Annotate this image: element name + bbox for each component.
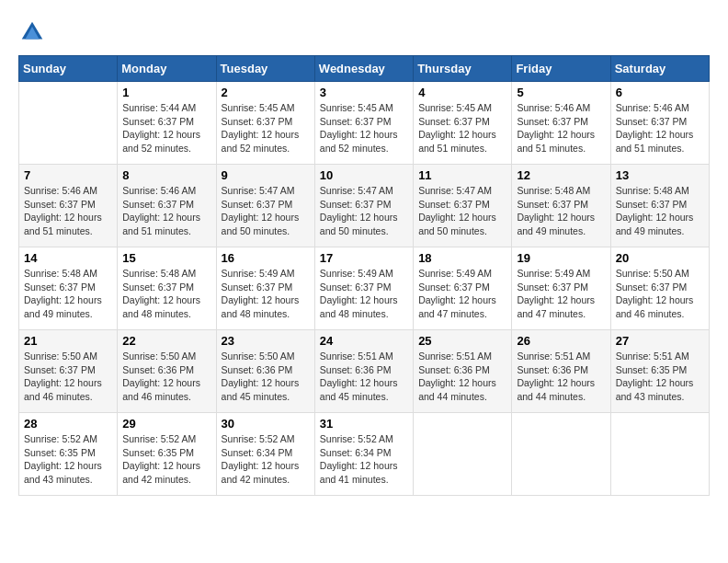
calendar-week-row: 14Sunrise: 5:48 AM Sunset: 6:37 PM Dayli… [19,247,710,330]
day-info: Sunrise: 5:52 AM Sunset: 6:35 PM Dayligh… [24,432,112,487]
calendar-header: SundayMondayTuesdayWednesdayThursdayFrid… [19,56,710,82]
day-of-week-header: Tuesday [216,56,314,82]
day-info: Sunrise: 5:50 AM Sunset: 6:37 PM Dayligh… [616,267,704,321]
day-info: Sunrise: 5:49 AM Sunset: 6:37 PM Dayligh… [517,267,605,321]
days-of-week-row: SundayMondayTuesdayWednesdayThursdayFrid… [19,56,710,82]
day-info: Sunrise: 5:49 AM Sunset: 6:37 PM Dayligh… [320,267,408,321]
calendar-cell: 17Sunrise: 5:49 AM Sunset: 6:37 PM Dayli… [314,247,413,330]
calendar-cell: 9Sunrise: 5:47 AM Sunset: 6:37 PM Daylig… [216,165,314,247]
day-info: Sunrise: 5:46 AM Sunset: 6:37 PM Dayligh… [517,101,605,155]
logo-icon [18,18,46,46]
day-number: 5 [517,86,605,99]
day-info: Sunrise: 5:46 AM Sunset: 6:37 PM Dayligh… [122,184,210,238]
calendar-cell: 16Sunrise: 5:49 AM Sunset: 6:37 PM Dayli… [216,247,314,330]
day-number: 15 [122,251,210,265]
calendar-cell: 2Sunrise: 5:45 AM Sunset: 6:37 PM Daylig… [216,82,314,165]
day-info: Sunrise: 5:45 AM Sunset: 6:37 PM Dayligh… [222,101,310,155]
day-info: Sunrise: 5:48 AM Sunset: 6:37 PM Dayligh… [122,267,210,321]
day-info: Sunrise: 5:46 AM Sunset: 6:37 PM Dayligh… [616,101,704,155]
calendar-week-row: 28Sunrise: 5:52 AM Sunset: 6:35 PM Dayli… [19,413,710,496]
calendar-cell: 31Sunrise: 5:52 AM Sunset: 6:34 PM Dayli… [314,413,413,496]
day-number: 11 [418,168,506,182]
day-number: 12 [517,168,605,182]
day-number: 10 [320,168,408,182]
day-info: Sunrise: 5:50 AM Sunset: 6:36 PM Dayligh… [122,350,210,404]
calendar-cell: 23Sunrise: 5:50 AM Sunset: 6:36 PM Dayli… [216,330,314,413]
day-number: 22 [122,334,210,348]
day-number: 23 [222,334,310,348]
calendar-cell: 27Sunrise: 5:51 AM Sunset: 6:35 PM Dayli… [610,330,709,413]
day-number: 4 [418,86,506,99]
day-number: 16 [222,251,310,265]
day-of-week-header: Thursday [414,56,512,82]
page-header [18,18,710,46]
calendar-cell: 29Sunrise: 5:52 AM Sunset: 6:35 PM Dayli… [118,413,216,496]
day-number: 24 [320,334,408,348]
day-number: 18 [418,251,506,265]
day-info: Sunrise: 5:48 AM Sunset: 6:37 PM Dayligh… [24,267,112,321]
day-number: 7 [24,168,112,182]
calendar-cell: 8Sunrise: 5:46 AM Sunset: 6:37 PM Daylig… [118,165,216,247]
day-info: Sunrise: 5:46 AM Sunset: 6:37 PM Dayligh… [24,184,112,238]
calendar-cell [610,413,709,496]
day-number: 29 [122,417,210,431]
day-info: Sunrise: 5:47 AM Sunset: 6:37 PM Dayligh… [320,184,408,238]
day-number: 6 [616,86,704,99]
day-number: 13 [616,168,704,182]
day-info: Sunrise: 5:45 AM Sunset: 6:37 PM Dayligh… [320,101,408,155]
day-info: Sunrise: 5:47 AM Sunset: 6:37 PM Dayligh… [418,184,506,238]
day-info: Sunrise: 5:48 AM Sunset: 6:37 PM Dayligh… [517,184,605,238]
calendar-cell: 22Sunrise: 5:50 AM Sunset: 6:36 PM Dayli… [118,330,216,413]
calendar-cell: 14Sunrise: 5:48 AM Sunset: 6:37 PM Dayli… [19,247,118,330]
day-number: 28 [24,417,112,431]
calendar-cell: 7Sunrise: 5:46 AM Sunset: 6:37 PM Daylig… [19,165,118,247]
day-number: 20 [616,251,704,265]
calendar-cell: 15Sunrise: 5:48 AM Sunset: 6:37 PM Dayli… [118,247,216,330]
logo [18,18,50,46]
day-of-week-header: Sunday [19,56,118,82]
calendar-table: SundayMondayTuesdayWednesdayThursdayFrid… [18,55,710,496]
day-info: Sunrise: 5:45 AM Sunset: 6:37 PM Dayligh… [418,101,506,155]
day-number: 2 [222,86,310,99]
day-info: Sunrise: 5:50 AM Sunset: 6:36 PM Dayligh… [222,350,310,404]
day-of-week-header: Saturday [610,56,709,82]
calendar-cell [19,82,118,165]
day-info: Sunrise: 5:51 AM Sunset: 6:35 PM Dayligh… [616,350,704,404]
day-number: 14 [24,251,112,265]
day-info: Sunrise: 5:51 AM Sunset: 6:36 PM Dayligh… [517,350,605,404]
calendar-cell: 24Sunrise: 5:51 AM Sunset: 6:36 PM Dayli… [314,330,413,413]
calendar-cell [414,413,512,496]
calendar-cell: 6Sunrise: 5:46 AM Sunset: 6:37 PM Daylig… [610,82,709,165]
calendar-cell: 26Sunrise: 5:51 AM Sunset: 6:36 PM Dayli… [512,330,610,413]
calendar-cell: 13Sunrise: 5:48 AM Sunset: 6:37 PM Dayli… [610,165,709,247]
day-info: Sunrise: 5:49 AM Sunset: 6:37 PM Dayligh… [222,267,310,321]
calendar-cell: 11Sunrise: 5:47 AM Sunset: 6:37 PM Dayli… [414,165,512,247]
day-info: Sunrise: 5:50 AM Sunset: 6:37 PM Dayligh… [24,350,112,404]
calendar-cell: 10Sunrise: 5:47 AM Sunset: 6:37 PM Dayli… [314,165,413,247]
day-number: 9 [222,168,310,182]
calendar-week-row: 7Sunrise: 5:46 AM Sunset: 6:37 PM Daylig… [19,165,710,247]
day-number: 19 [517,251,605,265]
calendar-cell: 28Sunrise: 5:52 AM Sunset: 6:35 PM Dayli… [19,413,118,496]
day-number: 1 [122,86,210,99]
calendar-cell: 25Sunrise: 5:51 AM Sunset: 6:36 PM Dayli… [414,330,512,413]
calendar-cell: 5Sunrise: 5:46 AM Sunset: 6:37 PM Daylig… [512,82,610,165]
day-of-week-header: Monday [118,56,216,82]
day-number: 17 [320,251,408,265]
day-of-week-header: Wednesday [314,56,413,82]
calendar-cell: 4Sunrise: 5:45 AM Sunset: 6:37 PM Daylig… [414,82,512,165]
day-number: 30 [222,417,310,431]
day-info: Sunrise: 5:48 AM Sunset: 6:37 PM Dayligh… [616,184,704,238]
calendar-week-row: 1Sunrise: 5:44 AM Sunset: 6:37 PM Daylig… [19,82,710,165]
calendar-cell: 3Sunrise: 5:45 AM Sunset: 6:37 PM Daylig… [314,82,413,165]
calendar-cell: 20Sunrise: 5:50 AM Sunset: 6:37 PM Dayli… [610,247,709,330]
day-info: Sunrise: 5:49 AM Sunset: 6:37 PM Dayligh… [418,267,506,321]
day-info: Sunrise: 5:52 AM Sunset: 6:34 PM Dayligh… [320,432,408,487]
calendar-cell [512,413,610,496]
day-number: 8 [122,168,210,182]
day-number: 3 [320,86,408,99]
day-number: 26 [517,334,605,348]
day-info: Sunrise: 5:44 AM Sunset: 6:37 PM Dayligh… [122,101,210,155]
calendar-cell: 21Sunrise: 5:50 AM Sunset: 6:37 PM Dayli… [19,330,118,413]
day-number: 31 [320,417,408,431]
